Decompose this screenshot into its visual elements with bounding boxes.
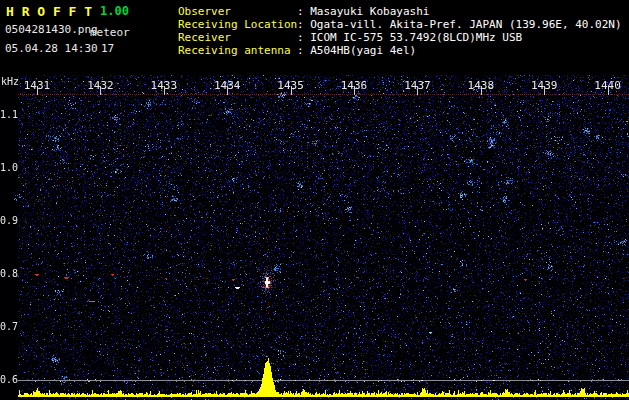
station-info-row: Receiving antenna: A504HB(yagi 4el) bbox=[178, 44, 622, 57]
spectrogram-canvas bbox=[0, 75, 629, 400]
station-info-field-value: : Ogata-vill. Akita-Pref. JAPAN (139.96E… bbox=[297, 18, 622, 31]
meteor-count-label: meteor bbox=[90, 26, 130, 39]
station-info-field-value: : Masayuki Kobayashi bbox=[297, 5, 429, 18]
station-info-field-label: Receiving Location bbox=[178, 18, 297, 31]
station-info-field-label: Receiver bbox=[178, 31, 297, 44]
output-filename: 0504281430.png bbox=[5, 23, 98, 36]
app-version: 1.00 bbox=[100, 4, 129, 18]
station-info-field-value: : ICOM IC-575 53.7492(8LCD)MHz USB bbox=[297, 31, 522, 44]
station-info-field-value: : A504HB(yagi 4el) bbox=[297, 44, 416, 57]
app-title: H R O F F T bbox=[6, 4, 92, 19]
station-info-field-label: Observer bbox=[178, 5, 297, 18]
hrofft-screen: H R O F F T 1.00 0504281430.png meteor 0… bbox=[0, 0, 629, 400]
station-info-row: Receiver: ICOM IC-575 53.7492(8LCD)MHz U… bbox=[178, 31, 622, 44]
station-info-row: Receiving Location: Ogata-vill. Akita-Pr… bbox=[178, 18, 622, 31]
station-info-field-label: Receiving antenna bbox=[178, 44, 297, 57]
observation-datetime: 05.04.28 14:30 bbox=[5, 42, 98, 55]
meteor-count-value: 17 bbox=[101, 42, 114, 55]
station-info: Observer: Masayuki KobayashiReceiving Lo… bbox=[178, 5, 622, 57]
station-info-row: Observer: Masayuki Kobayashi bbox=[178, 5, 622, 18]
